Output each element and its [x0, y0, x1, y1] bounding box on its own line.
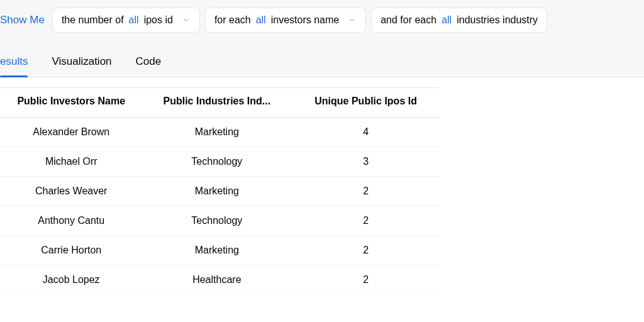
column-header[interactable]: Public Investors Name	[0, 88, 142, 118]
table-cell: Carrie Horton	[0, 236, 142, 265]
table-row: Jacob LopezHealthcare2	[0, 265, 440, 295]
column-header[interactable]: Public Industries Ind...	[142, 88, 291, 118]
column-header[interactable]: Unique Public Ipos Id	[291, 88, 440, 118]
table-row: Alexander BrownMarketing4	[0, 118, 440, 147]
filter-prefix: and for each	[380, 14, 436, 26]
table-row: Charles WeaverMarketing2	[0, 177, 440, 206]
tab-results[interactable]: esults	[0, 55, 28, 77]
table-row: Michael OrrTechnology3	[0, 147, 440, 177]
table-cell: 2	[291, 206, 440, 236]
table-cell: Charles Weaver	[0, 177, 142, 206]
filter-prefix: for each	[214, 14, 251, 26]
query-builder-row: Show Me the number ofallipos idfor eacha…	[0, 0, 644, 40]
table-row: Carrie HortonMarketing2	[0, 236, 440, 265]
chevron-down-icon[interactable]	[348, 16, 357, 25]
filter-field: investors name	[271, 14, 340, 26]
table-cell: Jacob Lopez	[0, 265, 142, 295]
table-cell: Marketing	[142, 236, 291, 265]
chevron-down-icon[interactable]	[182, 16, 191, 25]
table-cell: 3	[291, 147, 440, 177]
table-cell: Healthcare	[142, 265, 291, 295]
filter-prefix: the number of	[62, 14, 124, 26]
table-cell: Michael Orr	[0, 147, 142, 177]
show-me-label: Show Me	[0, 14, 45, 26]
results-table: Public Investors NamePublic Industries I…	[0, 87, 440, 295]
tabs-row: esultsVisualizationCode	[0, 40, 644, 77]
results-table-wrap: Public Investors NamePublic Industries I…	[0, 77, 644, 295]
table-row: Anthony CantuTechnology2	[0, 206, 440, 236]
filter-box-0[interactable]: the number ofallipos id	[52, 8, 200, 33]
table-cell: 2	[291, 265, 440, 295]
filter-box-1[interactable]: for eachallinvestors name	[205, 8, 366, 33]
table-cell: 4	[291, 118, 440, 147]
table-cell: Marketing	[142, 118, 291, 147]
table-cell: Technology	[142, 147, 291, 177]
table-cell: 2	[291, 177, 440, 206]
filter-scope: all	[129, 14, 139, 26]
table-cell: Marketing	[142, 177, 291, 206]
filter-box-2[interactable]: and for eachallindustries industry	[371, 8, 547, 33]
filter-scope: all	[256, 14, 266, 26]
filter-field: ipos id	[144, 14, 173, 26]
tab-code[interactable]: Code	[136, 55, 162, 77]
table-cell: Alexander Brown	[0, 118, 142, 147]
filter-scope: all	[441, 14, 452, 26]
table-cell: Technology	[142, 206, 291, 236]
filter-field: industries industry	[457, 14, 538, 26]
table-cell: 2	[291, 236, 440, 265]
table-cell: Anthony Cantu	[0, 206, 142, 236]
tab-visualization[interactable]: Visualization	[52, 55, 111, 77]
